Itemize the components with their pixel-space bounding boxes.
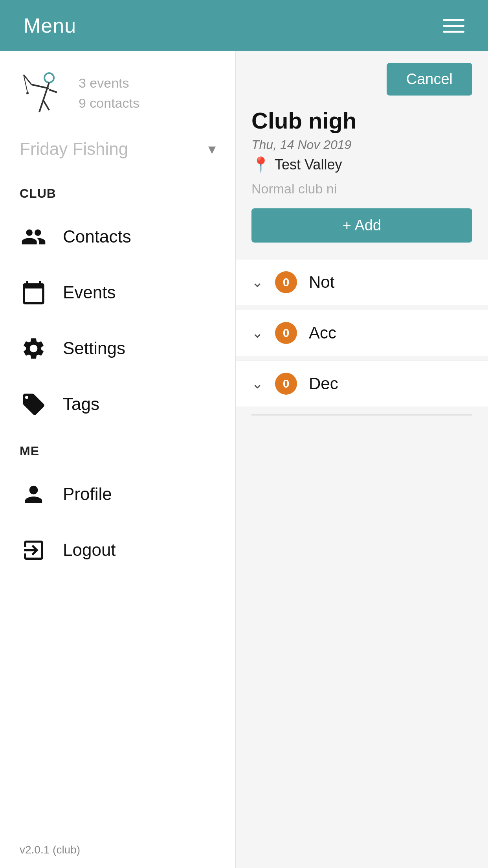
event-location-text: Test Valley — [275, 156, 342, 173]
settings-label: Settings — [63, 338, 125, 358]
accepted-row[interactable]: ⌄ 0 Acc — [236, 310, 488, 356]
me-section-label: ME — [0, 432, 235, 466]
svg-line-1 — [43, 83, 49, 100]
settings-icon — [20, 335, 47, 362]
tags-label: Tags — [63, 394, 99, 414]
declined-row[interactable]: ⌄ 0 Dec — [236, 360, 488, 406]
declined-label: Dec — [309, 374, 338, 393]
dropdown-arrow-icon: ▾ — [208, 140, 216, 158]
event-title: Club nigh — [236, 107, 488, 138]
logout-icon — [20, 536, 47, 564]
add-btn-row: + Add — [236, 208, 488, 254]
club-info-area: 3 events 9 contacts — [0, 51, 235, 131]
header-title: Menu — [24, 14, 76, 37]
declined-chevron-icon: ⌄ — [251, 375, 263, 392]
accepted-label: Acc — [309, 324, 336, 342]
sidebar-item-logout[interactable]: Logout — [0, 522, 235, 578]
svg-point-5 — [26, 92, 29, 94]
not-chevron-icon: ⌄ — [251, 274, 263, 291]
svg-line-7 — [43, 100, 49, 110]
declined-section: ⌄ 0 Dec — [236, 360, 488, 406]
accepted-badge: 0 — [275, 322, 297, 344]
svg-line-6 — [39, 100, 43, 112]
club-name-dropdown[interactable]: Friday Fishing ▾ — [20, 139, 216, 159]
club-name-text: Friday Fishing — [20, 139, 128, 159]
event-description: Normal club ni — [236, 181, 488, 208]
cancel-row: Cancel — [236, 51, 488, 107]
svg-point-0 — [44, 73, 54, 83]
sidebar: 3 events 9 contacts Friday Fishing ▾ CLU… — [0, 51, 236, 868]
events-label: Events — [63, 283, 116, 302]
events-count: 3 events — [79, 73, 216, 93]
club-name-row: Friday Fishing ▾ — [0, 131, 235, 175]
sidebar-item-contacts[interactable]: Contacts — [0, 209, 235, 265]
svg-line-8 — [49, 90, 57, 92]
not-responded-label: Not — [309, 273, 334, 292]
main-layout: 3 events 9 contacts Friday Fishing ▾ CLU… — [0, 51, 488, 868]
sidebar-item-settings[interactable]: Settings — [0, 320, 235, 376]
event-location: 📍 Test Valley — [236, 156, 488, 181]
not-responded-row[interactable]: ⌄ 0 Not — [236, 259, 488, 305]
contacts-label: Contacts — [63, 227, 131, 246]
location-icon: 📍 — [251, 156, 270, 173]
sidebar-item-profile[interactable]: Profile — [0, 466, 235, 522]
contacts-icon — [20, 223, 47, 250]
section-divider — [251, 414, 472, 416]
club-section-label: CLUB — [0, 175, 235, 209]
sidebar-item-tags[interactable]: Tags — [0, 376, 235, 432]
right-panel: Cancel Club nigh Thu, 14 Nov 2019 📍 Test… — [236, 51, 488, 868]
cancel-button[interactable]: Cancel — [387, 63, 472, 96]
sidebar-item-events[interactable]: Events — [0, 265, 235, 320]
logout-label: Logout — [63, 540, 116, 560]
tags-icon — [20, 390, 47, 418]
version-text: v2.0.1 (club) — [0, 832, 235, 868]
event-date: Thu, 14 Nov 2019 — [236, 138, 488, 156]
app-header: Menu — [0, 0, 488, 51]
not-responded-badge: 0 — [275, 271, 297, 293]
profile-icon — [20, 480, 47, 508]
profile-label: Profile — [63, 484, 112, 504]
svg-line-2 — [31, 85, 49, 88]
add-button[interactable]: + Add — [251, 208, 472, 243]
events-icon — [20, 279, 47, 306]
app-logo — [20, 71, 67, 116]
hamburger-menu-icon[interactable] — [443, 19, 464, 33]
club-stats: 3 events 9 contacts — [79, 73, 216, 113]
not-responded-section: ⌄ 0 Not — [236, 259, 488, 305]
accepted-chevron-icon: ⌄ — [251, 325, 263, 341]
accepted-section: ⌄ 0 Acc — [236, 310, 488, 356]
declined-badge: 0 — [275, 373, 297, 395]
contacts-count: 9 contacts — [79, 93, 216, 113]
